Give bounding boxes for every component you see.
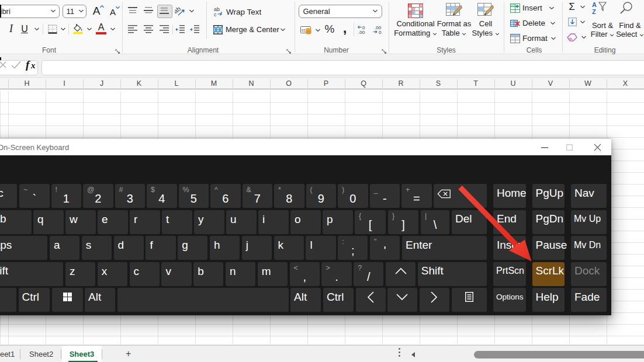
svg-text:0: 0 <box>379 30 382 34</box>
svg-text:c: c <box>214 12 217 17</box>
svg-text:Z: Z <box>592 8 596 15</box>
svg-text:.00: .00 <box>358 30 365 34</box>
svg-text:cc: cc <box>302 28 306 32</box>
svg-text:A: A <box>592 1 597 8</box>
